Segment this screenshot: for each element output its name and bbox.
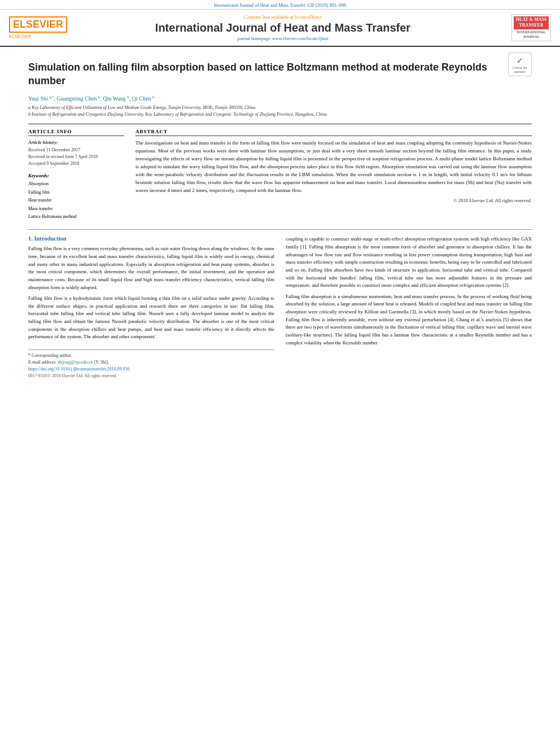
article-info-abstract-section: ARTICLE INFO Article history: Received 1…: [28, 124, 532, 221]
keyword-heat-transfer: Heat transfer: [28, 198, 52, 203]
article-info-heading: ARTICLE INFO: [28, 129, 124, 136]
journal-title-header: International Journal of Heat and Mass T…: [60, 21, 506, 34]
intro-section-title: 1. Introduction: [28, 235, 274, 242]
elsevier-logo-text: ELSEVIER: [13, 19, 63, 30]
article-history: Article history: Received 11 December 20…: [28, 139, 124, 167]
right-para2: Falling film absorption is a simultaneou…: [286, 293, 532, 347]
right-para1: coupling is capable to construct multi-s…: [286, 235, 532, 289]
received-date: Received 11 December 2017: [28, 147, 124, 154]
paper-title: Simulation on falling film absorption ba…: [28, 61, 502, 88]
journal-logo-right: HEAT & MASSTRANSFER INTERNATIONAL JOURNA…: [511, 14, 551, 41]
article-info-panel: ARTICLE INFO Article history: Received 1…: [28, 129, 124, 221]
intro-para2: Falling film flow is a hydrodynamic form…: [28, 295, 274, 341]
email-footnote: E-mail address: shiyuqi@tju.edu.cn (Y. S…: [28, 360, 274, 365]
keywords-label: Keywords:: [28, 173, 124, 178]
keyword-falling-film: Falling film: [28, 190, 50, 195]
sciencedirect-link: Contents lists available at ScienceDirec…: [60, 14, 506, 20]
abstract-heading: ABSTRACT: [135, 129, 532, 136]
affiliations: a Key Laboratory of Efficient Utilizatio…: [28, 104, 532, 118]
authors-line: Yuqi Shi a,*, Guangming Chen b, Qin Wang…: [28, 95, 532, 102]
check-for-updates-badge: ✓ Check for updates: [508, 53, 532, 76]
keyword-mass-transfer: Mass transfer: [28, 206, 53, 211]
journal-reference-bar: International Journal of Heat and Mass T…: [0, 0, 560, 10]
journal-reference-text: International Journal of Heat and Mass T…: [214, 2, 346, 8]
footnote-area: * Corresponding author. E-mail address: …: [28, 350, 274, 378]
abstract-panel: ABSTRACT The investigations on heat and …: [135, 129, 532, 221]
left-column: 1. Introduction Falling film flow is a v…: [28, 235, 274, 378]
copyright-text: © 2018 Elsevier Ltd. All rights reserved…: [135, 198, 532, 203]
journal-homepage: journal homepage: www.elsevier.com/locat…: [60, 36, 506, 41]
history-label: Article history:: [28, 139, 124, 145]
elsevier-logo: ELSEVIER ELSEVIER: [9, 16, 54, 39]
abstract-text: The investigations on heat and mass tran…: [135, 139, 532, 195]
revised-date: Received in revised form 7 April 2018: [28, 154, 124, 160]
keyword-lbm: Lattice Boltzmann method: [28, 214, 76, 219]
journal-header: ELSEVIER ELSEVIER Contents lists availab…: [0, 10, 560, 47]
right-column: coupling is capable to construct multi-s…: [286, 235, 532, 378]
keywords-section: Keywords: Absorption Falling film Heat t…: [28, 173, 124, 221]
main-body: 1. Introduction Falling film flow is a v…: [28, 229, 532, 378]
accepted-date: Accepted 9 September 2018: [28, 160, 124, 167]
keyword-absorption: Absorption: [28, 181, 49, 186]
journal-center: Contents lists available at ScienceDirec…: [60, 14, 506, 41]
page-content: Simulation on falling film absorption ba…: [0, 47, 560, 384]
issn-text: 0017-9310/© 2018 Elsevier Ltd. All right…: [28, 373, 274, 378]
intro-para1: Falling film flow is a very common every…: [28, 245, 274, 291]
corresponding-author-note: * Corresponding author.: [28, 353, 274, 358]
doi-link[interactable]: https://doi.org/10.1016/j.ijheatmasstran…: [28, 366, 274, 372]
